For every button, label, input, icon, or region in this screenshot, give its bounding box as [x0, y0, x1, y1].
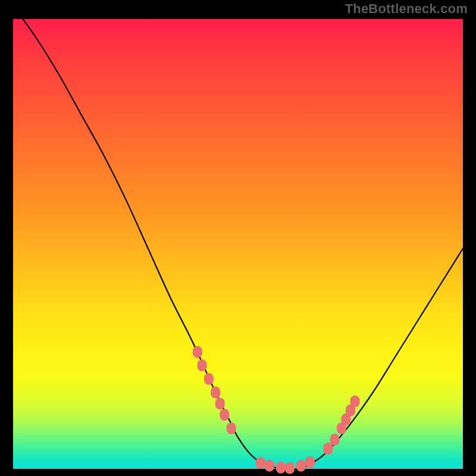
highlight-dot: [305, 456, 315, 468]
highlight-dot: [204, 373, 214, 385]
highlight-dot: [256, 457, 265, 469]
chart-svg: [13, 19, 463, 469]
highlight-dots: [193, 346, 360, 474]
highlight-dot: [285, 462, 295, 474]
highlight-dot: [215, 397, 225, 409]
highlight-dot: [330, 434, 340, 446]
highlight-dot: [211, 386, 220, 398]
highlight-dot: [198, 359, 207, 371]
highlight-dot: [276, 462, 286, 474]
chart-plot-area: [13, 19, 463, 469]
highlight-dot: [193, 346, 202, 358]
highlight-dot: [350, 396, 360, 408]
bottleneck-curve: [13, 5, 463, 469]
highlight-dot: [323, 443, 333, 455]
highlight-dot: [296, 460, 306, 472]
chart-frame: [8, 14, 468, 474]
highlight-dot: [265, 460, 274, 472]
highlight-dot: [220, 409, 229, 421]
highlight-dot: [227, 422, 236, 434]
